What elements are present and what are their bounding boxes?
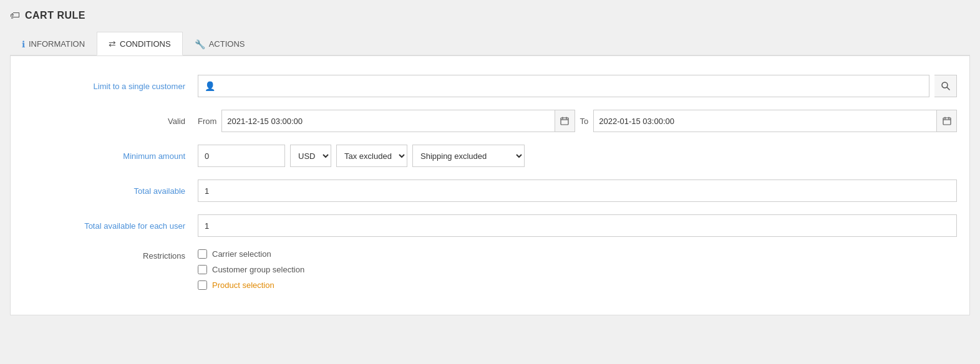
limit-customer-label: Limit to a single customer: [23, 82, 198, 91]
date-to-group: To: [580, 110, 958, 132]
calendar-to-icon: [943, 117, 951, 125]
valid-row: Valid From: [23, 110, 957, 132]
total-available-input[interactable]: [198, 180, 957, 202]
restrictions-label: Restrictions: [23, 249, 198, 261]
from-label: From: [198, 117, 216, 126]
actions-icon: 🔧: [195, 39, 205, 49]
total-per-user-label: Total available for each user: [23, 221, 198, 231]
conditions-card: Limit to a single customer 👤 Valid: [10, 55, 970, 315]
customer-search-button[interactable]: [934, 75, 957, 97]
minimum-amount-control: USD EUR GBP Tax excluded Tax included Sh…: [198, 145, 957, 167]
total-available-row: Total available: [23, 180, 957, 202]
to-label: To: [580, 117, 589, 126]
total-available-label: Total available: [23, 186, 198, 196]
date-from-wrapper: [221, 110, 575, 132]
tab-actions-label: ACTIONS: [209, 39, 245, 49]
calendar-from-icon: [560, 117, 569, 125]
total-per-user-input[interactable]: [198, 214, 957, 237]
tax-select[interactable]: Tax excluded Tax included: [336, 145, 407, 167]
information-icon: ℹ: [22, 39, 25, 49]
customer-input-wrapper: 👤: [198, 75, 929, 97]
tab-conditions[interactable]: ⇄ CONDITIONS: [97, 32, 183, 55]
date-from-input[interactable]: [222, 110, 554, 132]
tab-conditions-label: CONDITIONS: [120, 39, 171, 49]
svg-line-1: [946, 87, 949, 90]
calendar-to-button[interactable]: [936, 110, 956, 132]
valid-control: From To: [198, 110, 957, 132]
tag-icon: 🏷: [10, 10, 20, 21]
restrictions-controls: Carrier selection Customer group selecti…: [198, 249, 304, 290]
svg-rect-2: [561, 118, 568, 125]
customer-group-row: Customer group selection: [198, 265, 304, 274]
product-selection-checkbox[interactable]: [198, 280, 207, 290]
minimum-amount-label: Minimum amount: [23, 151, 198, 161]
restrictions-row: Restrictions Carrier selection Customer …: [23, 249, 957, 290]
customer-group-checkbox[interactable]: [198, 265, 207, 274]
customer-input[interactable]: [221, 75, 929, 97]
carrier-selection-checkbox[interactable]: [198, 249, 207, 259]
svg-rect-6: [943, 118, 951, 125]
search-icon: [941, 82, 950, 90]
person-icon: 👤: [198, 81, 221, 91]
tab-information[interactable]: ℹ INFORMATION: [10, 32, 97, 55]
valid-label: Valid: [23, 117, 198, 126]
date-to-wrapper: [593, 110, 957, 132]
minimum-amount-row: Minimum amount USD EUR GBP Tax excluded …: [23, 145, 957, 167]
date-to-input[interactable]: [594, 110, 936, 132]
tabs-bar: ℹ INFORMATION ⇄ CONDITIONS 🔧 ACTIONS: [10, 31, 970, 55]
product-selection-label: Product selection: [212, 280, 274, 290]
page-title: CART RULE: [25, 10, 85, 21]
carrier-selection-row: Carrier selection: [198, 249, 304, 259]
shipping-select[interactable]: Shipping excluded Shipping included: [412, 145, 525, 167]
conditions-icon: ⇄: [109, 39, 116, 49]
total-available-control: [198, 180, 957, 202]
currency-select[interactable]: USD EUR GBP: [290, 145, 331, 167]
minimum-amount-input[interactable]: [198, 145, 285, 167]
page-title-bar: 🏷 CART RULE: [10, 10, 970, 21]
total-per-user-row: Total available for each user: [23, 214, 957, 237]
calendar-from-button[interactable]: [555, 110, 575, 132]
date-from-group: From: [198, 110, 575, 132]
limit-customer-row: Limit to a single customer 👤: [23, 75, 957, 97]
carrier-selection-label: Carrier selection: [212, 249, 271, 259]
product-selection-row: Product selection: [198, 280, 304, 290]
customer-group-label: Customer group selection: [212, 265, 304, 274]
tab-actions[interactable]: 🔧 ACTIONS: [183, 32, 257, 55]
total-per-user-control: [198, 214, 957, 237]
tab-information-label: INFORMATION: [29, 39, 85, 49]
limit-customer-control: 👤: [198, 75, 957, 97]
